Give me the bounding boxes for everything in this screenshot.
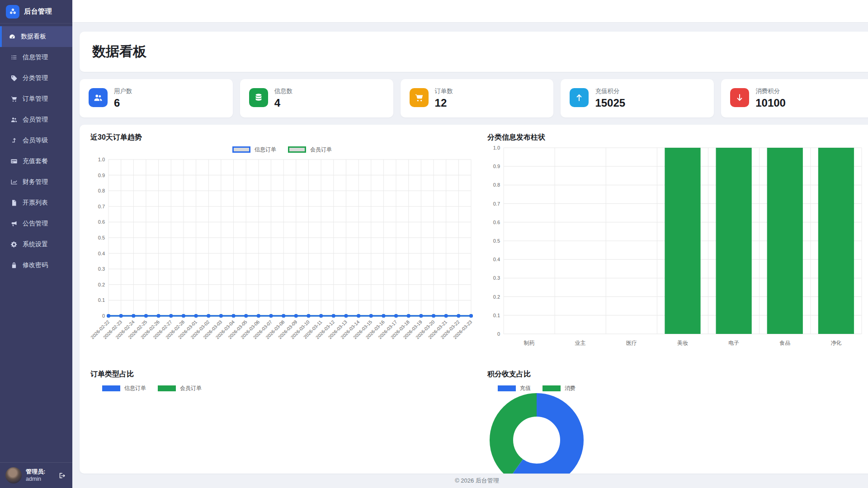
cart-icon (10, 95, 18, 103)
legend-swatch (498, 385, 516, 391)
legend-item[interactable]: 会员订单 (288, 146, 332, 154)
svg-text:0.7: 0.7 (493, 201, 500, 206)
chart-panel-order-trend: 近30天订单趋势 信息订单会员订单 00.10.20.30.40.50.60.7… (90, 133, 474, 359)
stat-label: 订单数 (435, 87, 453, 95)
legend-item[interactable]: 充值 (498, 385, 531, 392)
sidebar-item-1[interactable]: 数据看板 (0, 26, 72, 47)
sidebar-item-label: 分类管理 (23, 74, 48, 82)
level-up-icon (10, 137, 18, 144)
svg-text:1.0: 1.0 (98, 157, 105, 162)
app-logo[interactable]: 后台管理 (0, 0, 72, 23)
sidebar-item-label: 修改密码 (23, 261, 48, 269)
legend-item[interactable]: 消费 (542, 385, 576, 392)
chart-title: 分类信息发布柱状 (487, 133, 863, 142)
svg-text:0.4: 0.4 (493, 257, 500, 262)
bar-chart: 00.10.20.30.40.50.60.70.80.91.0制药业主医疗美妆电… (487, 144, 863, 350)
footer: © 2026 后台管理 (72, 474, 868, 488)
gear-icon (10, 241, 18, 248)
sidebar-nav: 数据看板信息管理分类管理订单管理会员管理会员等级充值套餐财务管理开票列表公告管理… (0, 26, 72, 462)
chart-title: 近30天订单趋势 (90, 133, 474, 142)
bullhorn-icon (10, 220, 18, 227)
sidebar-user: 管理员: admin (0, 462, 72, 488)
stat-label: 用户数 (114, 87, 132, 95)
sidebar-item-12[interactable]: 修改密码 (0, 255, 72, 276)
stat-value: 10100 (755, 97, 786, 109)
svg-text:0.5: 0.5 (493, 238, 500, 244)
svg-text:美妆: 美妆 (677, 340, 688, 346)
user-role-label: 管理员: (26, 468, 54, 476)
sidebar-item-4[interactable]: 订单管理 (0, 89, 72, 109)
users-icon (89, 88, 108, 107)
svg-text:0.6: 0.6 (98, 219, 105, 225)
stat-value: 12 (435, 97, 453, 109)
svg-text:0.9: 0.9 (493, 164, 500, 169)
sidebar-item-6[interactable]: 会员等级 (0, 130, 72, 151)
users-icon (10, 116, 18, 123)
legend-swatch (288, 146, 306, 153)
legend-label: 消费 (565, 385, 576, 392)
stat-card-2: 信息数4 (240, 79, 393, 117)
stat-card-4: 充值积分15025 (561, 79, 714, 117)
chart-panel-points-donut: 积分收支占比 充值消费 (487, 370, 863, 474)
legend-swatch (542, 385, 561, 391)
sidebar-item-9[interactable]: 开票列表 (0, 192, 72, 213)
sidebar-item-8[interactable]: 财务管理 (0, 172, 72, 192)
svg-text:制药: 制药 (524, 340, 535, 346)
sidebar: 后台管理 数据看板信息管理分类管理订单管理会员管理会员等级充值套餐财务管理开票列… (0, 0, 72, 488)
chart-title: 积分收支占比 (487, 370, 863, 379)
legend-label: 会员订单 (180, 385, 202, 392)
sidebar-item-label: 开票列表 (23, 199, 48, 207)
sidebar-item-label: 信息管理 (23, 53, 48, 61)
stat-label: 消费积分 (755, 87, 786, 95)
svg-text:0.2: 0.2 (493, 294, 500, 300)
stat-value: 6 (114, 97, 132, 109)
sidebar-item-label: 充值套餐 (23, 157, 48, 165)
svg-text:0.3: 0.3 (493, 275, 500, 281)
sidebar-item-2[interactable]: 信息管理 (0, 47, 72, 68)
sidebar-item-label: 财务管理 (23, 178, 48, 186)
svg-text:1.0: 1.0 (493, 145, 500, 150)
sidebar-item-label: 会员管理 (23, 116, 48, 124)
arrow-up-icon (570, 88, 589, 107)
legend-label: 充值 (520, 385, 531, 392)
svg-text:0.2: 0.2 (98, 282, 105, 287)
legend-label: 会员订单 (310, 146, 332, 154)
list-icon (10, 54, 18, 61)
donut-chart-legend: 充值消费 (498, 384, 576, 393)
line-chart-legend: 信息订单会员订单 (90, 144, 474, 155)
page-title: 数据看板 (92, 42, 862, 61)
stat-label: 充值积分 (595, 87, 625, 95)
legend-item[interactable]: 信息订单 (102, 385, 146, 392)
sidebar-item-label: 数据看板 (21, 33, 46, 41)
svg-text:净化: 净化 (830, 340, 841, 346)
lock-icon (10, 262, 18, 269)
legend-item[interactable]: 会员订单 (158, 385, 202, 392)
legend-label: 信息订单 (124, 385, 146, 392)
line-chart: 00.10.20.30.40.50.60.70.80.91.02026-02-2… (90, 155, 474, 355)
copyright-text: © 2026 后台管理 (455, 477, 499, 485)
svg-text:0.4: 0.4 (98, 251, 105, 256)
stat-card-1: 用户数6 (80, 79, 233, 117)
svg-text:0.7: 0.7 (98, 204, 105, 209)
sidebar-item-7[interactable]: 充值套餐 (0, 151, 72, 172)
sign-out-icon[interactable] (58, 472, 67, 479)
svg-text:0.3: 0.3 (98, 266, 105, 272)
sidebar-item-label: 会员等级 (23, 136, 48, 145)
sidebar-item-10[interactable]: 公告管理 (0, 213, 72, 234)
donut-chart (489, 393, 584, 474)
user-name: admin (26, 475, 54, 483)
main-area: 数据看板 用户数6信息数4订单数12充值积分15025消费积分10100 近30… (72, 0, 868, 488)
svg-text:医疗: 医疗 (626, 340, 637, 346)
sidebar-item-3[interactable]: 分类管理 (0, 68, 72, 89)
sidebar-item-5[interactable]: 会员管理 (0, 109, 72, 130)
donut-wrap: 充值消费 (488, 381, 585, 474)
content: 数据看板 用户数6信息数4订单数12充值积分15025消费积分10100 近30… (72, 23, 868, 474)
file-icon (10, 199, 18, 206)
chart-panel-order-type-pie: 订单类型占比 信息订单会员订单 (90, 370, 474, 474)
legend-item[interactable]: 信息订单 (232, 146, 276, 154)
stat-value: 4 (274, 97, 293, 109)
stat-card-3: 订单数12 (401, 79, 554, 117)
sidebar-item-11[interactable]: 系统设置 (0, 234, 72, 255)
stat-card-5: 消费积分10100 (721, 79, 868, 117)
cubes-icon (6, 5, 19, 19)
